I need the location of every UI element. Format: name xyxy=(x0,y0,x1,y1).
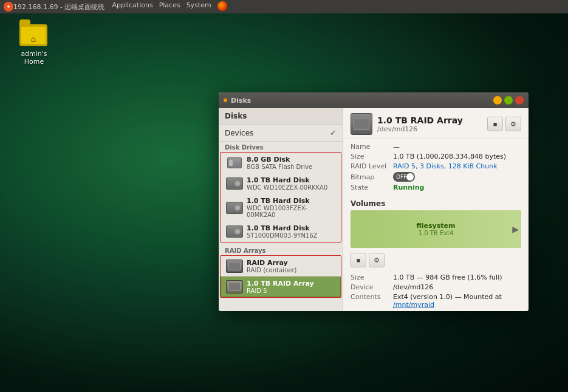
gear-button[interactable]: ⚙ xyxy=(505,117,521,131)
window-title: Disks xyxy=(231,97,251,105)
maximize-button[interactable] xyxy=(504,96,513,105)
menu-applications[interactable]: Applications xyxy=(112,1,152,13)
size-value: 1.0 TB (1,000,208,334,848 bytes) xyxy=(393,153,506,160)
disk-drives-group: 8.0 GB Disk 8GB SATA Flash Drive 1.0 TB … xyxy=(220,152,341,242)
raid-big-inner xyxy=(354,118,369,130)
raid-big-icon xyxy=(351,113,372,135)
window-title-bar: 192.168.1.69 - 远端桌面统统 xyxy=(13,2,104,12)
hdd-icon-3 xyxy=(226,225,243,238)
window-controls xyxy=(493,96,524,105)
menu-system[interactable]: System xyxy=(186,1,211,13)
disk-item-icon-0 xyxy=(226,156,243,170)
volume-arrow-icon: ▶ xyxy=(512,224,519,234)
disk-sub-3: ST1000DM003-9YN16Z xyxy=(247,232,317,239)
vol-stop-button[interactable]: ■ xyxy=(351,253,366,267)
volume-filesystem-label: filesystem xyxy=(417,222,456,230)
usb-icon xyxy=(227,157,242,168)
bitmap-toggle-knob xyxy=(406,173,414,181)
disk-list: Disk Drives 8.0 GB Disk 8GB SATA Flash D… xyxy=(219,142,343,311)
right-title-group: 1.0 TB RAID Array /dev/md126 xyxy=(377,115,463,133)
disk-item-icon-1 xyxy=(226,177,243,190)
volume-size-label: 1.0 TB Ext4 xyxy=(419,230,454,236)
raid-item-text-0: RAID Array RAID (container) xyxy=(247,259,296,273)
vol-device-label: Device xyxy=(351,283,393,291)
state-row: State Running xyxy=(351,184,521,191)
info-table: Name — Size 1.0 TB (1,000,208,334,848 by… xyxy=(343,139,529,197)
bitmap-toggle[interactable]: OFF xyxy=(393,172,415,182)
disk-item-text-1: 1.0 TB Hard Disk WDC WD10EZEX-00RKKA0 xyxy=(247,176,327,191)
window-titlebar: Disks xyxy=(219,92,529,108)
close-button[interactable] xyxy=(515,96,524,105)
volume-actions: ■ ⚙ xyxy=(343,253,529,270)
volume-bar-container: filesystem 1.0 TB Ext4 ▶ xyxy=(351,210,521,248)
vol-contents-value: Ext4 (version 1.0) — Mounted at /mnt/myr… xyxy=(393,293,521,309)
disk-item-icon-3 xyxy=(226,225,243,238)
disk-item-text-2: 1.0 TB Hard Disk WDC WD1003FZEX-00MK2A0 xyxy=(247,197,335,218)
titlebar-left: Disks xyxy=(224,97,251,105)
disk-name-1: 1.0 TB Hard Disk xyxy=(247,176,327,184)
raid-icon-1 xyxy=(226,280,243,294)
desktop-icon-label: admin's Home xyxy=(12,50,56,66)
top-bar-menu: Applications Places System xyxy=(112,1,227,13)
size-row: Size 1.0 TB (1,000,208,334,848 bytes) xyxy=(351,153,521,160)
minimize-button[interactable] xyxy=(493,96,502,105)
bitmap-label: Bitmap xyxy=(351,173,393,181)
home-symbol: ⌂ xyxy=(31,34,36,44)
raid-icon-0 xyxy=(226,260,243,273)
disk-item-3[interactable]: 1.0 TB Hard Disk ST1000DM003-9YN16Z xyxy=(221,221,341,242)
raid-item-icon-0 xyxy=(226,260,243,273)
bitmap-row: Bitmap OFF xyxy=(351,172,521,182)
right-title: 1.0 TB RAID Array xyxy=(377,115,463,125)
raid-level-row: RAID Level RAID 5, 3 Disks, 128 KiB Chun… xyxy=(351,162,521,170)
raid-item-0[interactable]: RAID Array RAID (container) xyxy=(221,256,341,277)
raid-name-0: RAID Array xyxy=(247,259,296,267)
firefox-icon[interactable] xyxy=(217,1,227,13)
top-bar-left: ✦ 192.168.1.69 - 远端桌面统统 xyxy=(4,2,104,12)
raid-arrays-header: RAID Arrays xyxy=(219,245,343,255)
hdd-icon-2 xyxy=(226,202,243,214)
raid-item-1[interactable]: 1.0 TB RAID Array RAID 5 xyxy=(221,277,341,297)
name-label: Name xyxy=(351,143,393,151)
bitmap-off-label: OFF xyxy=(394,174,406,180)
right-panel: 1.0 TB RAID Array /dev/md126 ■ ⚙ Name — xyxy=(343,108,529,311)
disk-sub-0: 8GB SATA Flash Drive xyxy=(247,163,312,170)
stop-button[interactable]: ■ xyxy=(487,117,503,131)
devices-label: Devices xyxy=(225,129,253,137)
size-label: Size xyxy=(351,153,393,160)
top-bar: ✦ 192.168.1.69 - 远端桌面统统 Applications Pla… xyxy=(0,0,568,13)
raid-icon-inner-0 xyxy=(228,262,241,270)
vol-info-table: Size 1.0 TB — 984 GB free (1.6% full) De… xyxy=(343,270,529,311)
name-value: — xyxy=(393,143,400,151)
raid-sub-0: RAID (container) xyxy=(247,267,296,273)
window-dot xyxy=(224,98,227,102)
raid-level-label: RAID Level xyxy=(351,162,393,170)
disk-sub-2: WDC WD1003FZEX-00MK2A0 xyxy=(247,205,335,218)
disk-item-text-0: 8.0 GB Disk 8GB SATA Flash Drive xyxy=(247,156,312,170)
menu-places[interactable]: Places xyxy=(159,1,180,13)
disk-name-2: 1.0 TB Hard Disk xyxy=(247,197,335,205)
vol-device-value: /dev/md126 xyxy=(393,283,433,291)
state-label: State xyxy=(351,184,393,191)
folder-icon-img: ⌂ xyxy=(19,19,49,49)
right-header: 1.0 TB RAID Array /dev/md126 ■ ⚙ xyxy=(343,108,529,139)
vol-gear-button[interactable]: ⚙ xyxy=(369,253,385,267)
ubuntu-icon: ✦ xyxy=(4,2,13,12)
disk-item-1[interactable]: 1.0 TB Hard Disk WDC WD10EZEX-00RKKA0 xyxy=(221,173,341,194)
vol-size-value: 1.0 TB — 984 GB free (1.6% full) xyxy=(393,273,502,281)
left-panel-title: Disks xyxy=(225,112,247,120)
name-row: Name — xyxy=(351,143,521,151)
raid-icon-inner-1 xyxy=(228,283,241,291)
mount-link[interactable]: /mnt/myraid xyxy=(393,301,434,309)
right-actions: ■ ⚙ xyxy=(487,117,521,131)
disk-sub-1: WDC WD10EZEX-00RKKA0 xyxy=(247,184,327,191)
disk-item-icon-2 xyxy=(226,201,243,215)
hdd-icon-1 xyxy=(226,177,243,190)
devices-row[interactable]: Devices ✓ xyxy=(219,125,343,142)
disk-item-2[interactable]: 1.0 TB Hard Disk WDC WD1003FZEX-00MK2A0 xyxy=(221,194,341,221)
right-subtitle: /dev/md126 xyxy=(377,125,463,133)
desktop-home-icon[interactable]: ⌂ admin's Home xyxy=(12,19,56,66)
raid-name-1: 1.0 TB RAID Array xyxy=(247,280,314,287)
disk-item-text-3: 1.0 TB Hard Disk ST1000DM003-9YN16Z xyxy=(247,224,317,239)
disk-name-3: 1.0 TB Hard Disk xyxy=(247,224,317,232)
disk-item-0[interactable]: 8.0 GB Disk 8GB SATA Flash Drive xyxy=(221,153,341,173)
